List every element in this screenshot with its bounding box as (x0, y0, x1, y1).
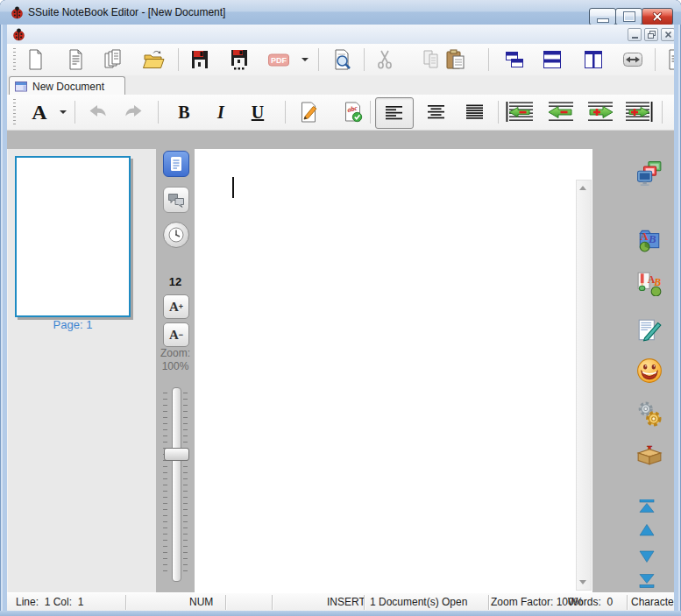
scroll-to-bottom-button[interactable] (639, 574, 655, 588)
open-file-button[interactable] (141, 47, 166, 72)
smiley-button[interactable] (636, 358, 663, 384)
spellcheck-button[interactable]: abc (340, 100, 366, 124)
new-from-template-button[interactable] (63, 47, 88, 72)
undo-icon (87, 103, 110, 122)
new-document-icon (24, 48, 46, 71)
scrollbar-down-arrow[interactable] (579, 580, 586, 584)
comments-button[interactable] (163, 187, 189, 213)
settings-gears-button[interactable] (636, 400, 663, 427)
fit-width-button[interactable] (621, 47, 645, 72)
spelling-pencil-button[interactable]: A B (636, 270, 663, 296)
bold-button[interactable]: B (171, 100, 197, 124)
export-pdf-button[interactable]: PDF (266, 47, 291, 72)
editor-vertical-scrollbar[interactable] (576, 180, 592, 591)
indent-button[interactable] (585, 100, 615, 124)
fit-width-icon (621, 48, 644, 71)
tile-vertical-button[interactable] (581, 47, 606, 72)
mdi-close-icon (664, 31, 672, 39)
close-button[interactable] (642, 8, 673, 25)
smiley-icon (636, 358, 663, 384)
font-dropdown-button[interactable] (58, 100, 68, 124)
history-clock-button[interactable] (163, 222, 189, 248)
minimize-button[interactable] (589, 8, 616, 25)
highlighter-button[interactable] (295, 100, 322, 124)
editor-area[interactable] (195, 149, 592, 592)
screens-button[interactable] (636, 160, 663, 187)
align-justify-button[interactable] (462, 100, 488, 124)
toolbar-grip[interactable] (13, 48, 16, 71)
app-window: SSuite NoteBook Editor - [New Document] (0, 0, 681, 616)
clipped-document-button[interactable] (663, 47, 674, 72)
tile-vertical-icon (582, 48, 605, 71)
cascade-windows-button[interactable] (502, 47, 527, 72)
copy-button[interactable] (419, 47, 443, 72)
slider-ticks-right (183, 393, 188, 575)
status-characters: Characters: 0 (631, 596, 674, 608)
svg-text:PDF: PDF (271, 56, 287, 65)
toolbar-grip[interactable] (13, 99, 16, 125)
tab-new-document[interactable]: New Document (9, 76, 125, 96)
font-increase-button[interactable]: A+ (163, 294, 189, 319)
redo-button[interactable] (120, 100, 146, 124)
font-decrease-button[interactable]: A− (163, 322, 189, 347)
status-separator (125, 595, 126, 610)
reference-book-icon: I (636, 441, 663, 467)
page-thumbnail[interactable] (15, 156, 131, 317)
tab-label: New Document (32, 81, 104, 93)
maximize-button[interactable] (615, 8, 642, 25)
reference-book-button[interactable]: I (636, 441, 663, 467)
outdent-margin-button[interactable] (505, 100, 535, 124)
align-center-button[interactable] (423, 100, 450, 124)
save-button[interactable] (188, 47, 212, 72)
save-icon (188, 48, 211, 71)
document-view-button[interactable] (163, 151, 189, 177)
mdi-restore-button[interactable] (644, 28, 658, 41)
new-from-template-icon (64, 48, 87, 71)
toolbar-separator (498, 101, 499, 124)
window-frame-left (0, 25, 7, 616)
align-left-button[interactable] (375, 97, 414, 129)
zoom-label: Zoom: (156, 347, 195, 359)
scroll-to-top-icon (639, 499, 655, 513)
window-frame-right (674, 25, 681, 616)
print-preview-button[interactable] (330, 47, 354, 72)
minus-sign: − (179, 330, 183, 339)
mdi-minimize-button[interactable] (628, 28, 642, 41)
toolbar-separator (178, 48, 179, 71)
copies-button[interactable] (102, 47, 126, 72)
paste-button[interactable] (443, 47, 468, 72)
zoom-slider-track[interactable] (172, 387, 181, 582)
save-as-button[interactable] (227, 47, 252, 72)
side-tool-strip: 12 A+ A− Zoom: 100% (156, 149, 195, 592)
slider-ticks-left (163, 393, 167, 575)
scroll-to-top-button[interactable] (639, 499, 655, 513)
scroll-down-button[interactable] (639, 549, 655, 563)
font-decrease-icon: A (169, 328, 179, 343)
maximize-icon (624, 12, 635, 21)
zoom-slider-thumb[interactable] (164, 448, 189, 461)
indent-margin-button[interactable] (624, 100, 654, 124)
copies-icon (103, 48, 125, 71)
underline-icon: U (252, 100, 264, 124)
undo-button[interactable] (85, 100, 111, 124)
scrollbar-up-arrow[interactable] (579, 186, 586, 190)
italic-button[interactable]: I (208, 100, 234, 124)
ladybug-document-icon[interactable] (11, 27, 25, 41)
new-document-button[interactable] (23, 47, 47, 72)
font-button[interactable]: A (26, 100, 53, 124)
notes-pen-button[interactable] (636, 317, 663, 343)
font-icon: A (32, 100, 46, 124)
title-bar[interactable]: SSuite NoteBook Editor - [New Document] (0, 0, 681, 25)
mdi-menu-row (7, 25, 674, 45)
toolbar-band (7, 130, 674, 150)
scroll-up-button[interactable] (639, 523, 655, 537)
ladybug-app-icon[interactable] (10, 5, 24, 19)
cut-button[interactable] (372, 47, 397, 72)
pdf-dropdown-button[interactable] (300, 47, 310, 72)
dictionary-folder-button[interactable]: A B (636, 226, 663, 252)
dictionary-folder-icon: A B (636, 226, 663, 252)
mdi-close-button[interactable] (661, 28, 675, 41)
outdent-button[interactable] (546, 100, 576, 124)
tile-horizontal-button[interactable] (540, 47, 564, 72)
underline-button[interactable]: U (245, 100, 271, 124)
